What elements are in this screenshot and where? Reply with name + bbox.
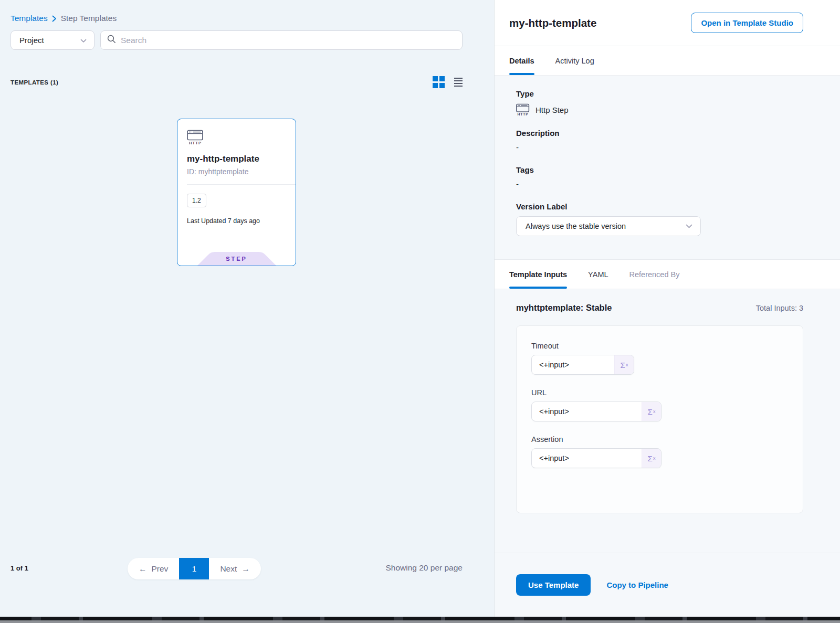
version-badge[interactable]: 1.2: [187, 194, 206, 207]
scope-select[interactable]: Project: [10, 30, 94, 50]
url-input[interactable]: <+input> Σx: [531, 402, 662, 421]
breadcrumb-current: Step Templates: [61, 14, 117, 23]
tab-yaml[interactable]: YAML: [588, 260, 608, 289]
http-step-icon: HTTP: [187, 130, 204, 145]
details-tab-bar: Details Activity Log: [495, 46, 840, 76]
template-list-panel: Templates Step Templates Project TEMPLAT: [0, 0, 494, 617]
open-in-template-studio-button[interactable]: Open in Template Studio: [691, 13, 803, 33]
page-summary: 1 of 1: [10, 564, 28, 572]
step-tag-label: STEP: [197, 256, 277, 262]
description-label: Description: [516, 129, 803, 138]
version-select-value: Always use the stable version: [526, 222, 626, 230]
breadcrumb-templates-link[interactable]: Templates: [10, 14, 48, 23]
list-controls: Project: [10, 30, 463, 50]
chevron-down-icon: [80, 36, 87, 45]
templates-count-label: TEMPLATES (1): [10, 79, 58, 86]
scope-select-value: Project: [19, 36, 44, 45]
step-type-badge: STEP: [197, 252, 277, 266]
drawer-footer: Use Template Copy to Pipeline: [495, 553, 840, 617]
tab-activity-log[interactable]: Activity Log: [555, 46, 594, 75]
prev-page-button[interactable]: ← Prev: [128, 558, 179, 579]
version-label-select[interactable]: Always use the stable version: [516, 216, 701, 236]
search-input[interactable]: [121, 36, 456, 45]
arrow-left-icon: ←: [139, 564, 147, 574]
expression-input-icon[interactable]: Σx: [614, 355, 634, 374]
field-url: URL <+input> Σx: [531, 388, 788, 421]
timeout-input[interactable]: <+input> Σx: [531, 355, 634, 375]
assertion-input[interactable]: <+input> Σx: [531, 448, 662, 468]
type-label: Type: [516, 89, 803, 98]
field-timeout: Timeout <+input> Σx: [531, 342, 788, 375]
timeout-input-value[interactable]: <+input>: [532, 355, 614, 374]
http-step-icon: HTTP: [516, 103, 530, 116]
next-label: Next: [220, 564, 237, 574]
expression-input-icon[interactable]: Σx: [642, 402, 661, 421]
tab-referenced-by[interactable]: Referenced By: [629, 260, 680, 289]
inputs-heading: myhttptemplate: Stable: [516, 303, 612, 313]
search-box[interactable]: [100, 30, 463, 50]
details-section: Type HTTP Http Step Description - Tags -…: [495, 76, 840, 260]
total-inputs-text: Total Inputs: 3: [756, 304, 803, 312]
per-page-text: Showing 20 per page: [385, 563, 463, 573]
tags-value: -: [516, 179, 803, 188]
url-input-value[interactable]: <+input>: [532, 402, 642, 421]
last-updated-text: Last Updated 7 days ago: [187, 217, 286, 225]
assertion-input-value[interactable]: <+input>: [532, 449, 642, 468]
timeout-label: Timeout: [531, 342, 788, 350]
copy-to-pipeline-link[interactable]: Copy to Pipeline: [606, 580, 668, 589]
template-inputs-section: myhttptemplate: Stable Total Inputs: 3 T…: [495, 289, 840, 553]
drawer-title: my-http-template: [509, 17, 596, 29]
chevron-down-icon: [686, 222, 692, 230]
type-value: Http Step: [536, 105, 569, 114]
tab-details[interactable]: Details: [509, 46, 534, 75]
card-divider: [187, 184, 296, 185]
inputs-form-card: Timeout <+input> Σx URL <+input> Σx Asse…: [516, 325, 803, 513]
list-view-icon[interactable]: [454, 78, 463, 87]
template-card-id: ID: myhttptemplate: [187, 167, 286, 176]
inputs-tab-bar: Template Inputs YAML Referenced By: [495, 260, 840, 289]
pagination: ← Prev 1 Next →: [128, 558, 261, 579]
search-icon: [107, 35, 116, 46]
use-template-button[interactable]: Use Template: [516, 574, 591, 596]
template-card-title: my-http-template: [187, 154, 286, 164]
drawer-header: my-http-template Open in Template Studio: [495, 0, 840, 46]
template-card[interactable]: HTTP my-http-template ID: myhttptemplate…: [177, 119, 296, 266]
next-page-button[interactable]: Next →: [209, 558, 260, 579]
expression-input-icon[interactable]: Σx: [642, 449, 661, 468]
description-value: -: [516, 143, 803, 152]
grid-view-icon[interactable]: [433, 76, 445, 88]
version-label-label: Version Label: [516, 202, 803, 211]
svg-text:HTTP: HTTP: [517, 112, 528, 116]
tags-label: Tags: [516, 165, 803, 174]
desktop-background-strip: [0, 617, 840, 623]
app-window: Templates Step Templates Project TEMPLAT: [0, 0, 840, 617]
list-header: TEMPLATES (1): [10, 76, 463, 88]
view-toggles: [433, 76, 463, 88]
template-details-drawer: my-http-template Open in Template Studio…: [494, 0, 840, 617]
svg-text:HTTP: HTTP: [189, 141, 202, 145]
field-assertion: Assertion <+input> Σx: [531, 435, 788, 468]
breadcrumb: Templates Step Templates: [10, 14, 117, 23]
assertion-label: Assertion: [531, 435, 788, 444]
prev-label: Prev: [152, 564, 169, 574]
arrow-right-icon: →: [242, 564, 250, 574]
chevron-right-icon: [52, 15, 57, 22]
url-label: URL: [531, 388, 788, 397]
page-1-button[interactable]: 1: [179, 558, 209, 579]
tab-template-inputs[interactable]: Template Inputs: [509, 260, 567, 289]
